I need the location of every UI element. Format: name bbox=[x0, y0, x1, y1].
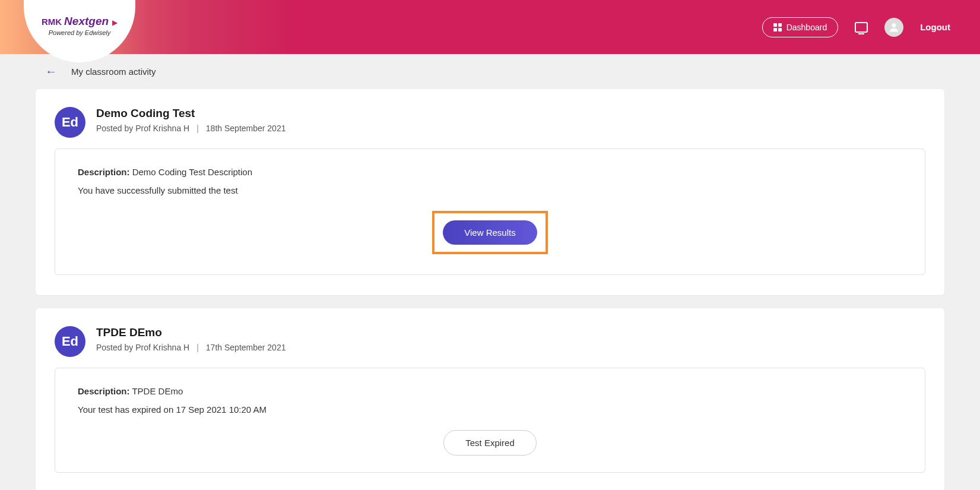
app-header: RMK Nextgen ▶ Powered by Edwisely Dashbo… bbox=[0, 0, 980, 54]
ed-badge: Ed bbox=[55, 326, 85, 357]
description-value: TPDE DEmo bbox=[132, 386, 183, 396]
logout-button[interactable]: Logout bbox=[920, 22, 950, 32]
meta-divider: | bbox=[196, 343, 199, 352]
breadcrumb-title: My classroom activity bbox=[71, 67, 156, 77]
meta-divider: | bbox=[196, 124, 199, 133]
post-date: 17th September 2021 bbox=[206, 343, 286, 352]
logo-rmk-text: RMK bbox=[42, 17, 62, 27]
back-arrow-icon[interactable]: ← bbox=[45, 65, 57, 78]
logo-main: RMK Nextgen ▶ bbox=[42, 15, 118, 28]
card-title: TPDE DEmo bbox=[96, 326, 925, 339]
svg-point-0 bbox=[892, 23, 896, 27]
status-text: Your test has expired on 17 Sep 2021 10:… bbox=[78, 404, 902, 415]
card-title-area: Demo Coding Test Posted by Prof Krishna … bbox=[96, 107, 925, 133]
card-meta: Posted by Prof Krishna H | 17th Septembe… bbox=[96, 343, 925, 352]
card-title: Demo Coding Test bbox=[96, 107, 925, 120]
header-right: Dashboard Logout bbox=[762, 17, 980, 37]
card-meta: Posted by Prof Krishna H | 18th Septembe… bbox=[96, 124, 925, 133]
highlight-annotation: View Results bbox=[432, 211, 547, 254]
dashboard-grid-icon bbox=[773, 23, 782, 31]
description-label: Description: bbox=[78, 167, 130, 177]
logo-powered-text: Powered by Edwisely bbox=[49, 29, 111, 36]
description-value: Demo Coding Test Description bbox=[132, 167, 252, 177]
card-body: Description: TPDE DEmo Your test has exp… bbox=[55, 368, 925, 473]
description-row: Description: TPDE DEmo bbox=[78, 386, 902, 396]
view-results-button[interactable]: View Results bbox=[443, 220, 537, 245]
activity-card: Ed TPDE DEmo Posted by Prof Krishna H | … bbox=[36, 308, 944, 490]
posted-by: Posted by Prof Krishna H bbox=[96, 124, 189, 133]
test-expired-button: Test Expired bbox=[443, 430, 537, 456]
button-row: Test Expired bbox=[78, 430, 902, 456]
posted-by: Posted by Prof Krishna H bbox=[96, 343, 189, 352]
activity-card: Ed Demo Coding Test Posted by Prof Krish… bbox=[36, 89, 944, 295]
dashboard-label: Dashboard bbox=[786, 23, 827, 32]
card-body: Description: Demo Coding Test Descriptio… bbox=[55, 148, 925, 275]
status-text: You have successfully submitted the test bbox=[78, 185, 902, 195]
avatar-icon[interactable] bbox=[884, 18, 903, 37]
dashboard-button[interactable]: Dashboard bbox=[762, 17, 839, 37]
post-date: 18th September 2021 bbox=[206, 124, 286, 133]
logo-container: RMK Nextgen ▶ Powered by Edwisely bbox=[24, 0, 135, 62]
card-header: Ed Demo Coding Test Posted by Prof Krish… bbox=[55, 107, 925, 138]
description-label: Description: bbox=[78, 386, 130, 396]
description-row: Description: Demo Coding Test Descriptio… bbox=[78, 167, 902, 177]
logo-nextgen-text: Nextgen bbox=[64, 15, 109, 28]
ed-badge: Ed bbox=[55, 107, 85, 138]
logo-arrow-icon: ▶ bbox=[112, 18, 118, 27]
breadcrumb: ← My classroom activity bbox=[0, 54, 980, 89]
button-row: View Results bbox=[78, 211, 902, 254]
card-header: Ed TPDE DEmo Posted by Prof Krishna H | … bbox=[55, 326, 925, 357]
monitor-icon[interactable] bbox=[855, 22, 868, 33]
card-title-area: TPDE DEmo Posted by Prof Krishna H | 17t… bbox=[96, 326, 925, 352]
